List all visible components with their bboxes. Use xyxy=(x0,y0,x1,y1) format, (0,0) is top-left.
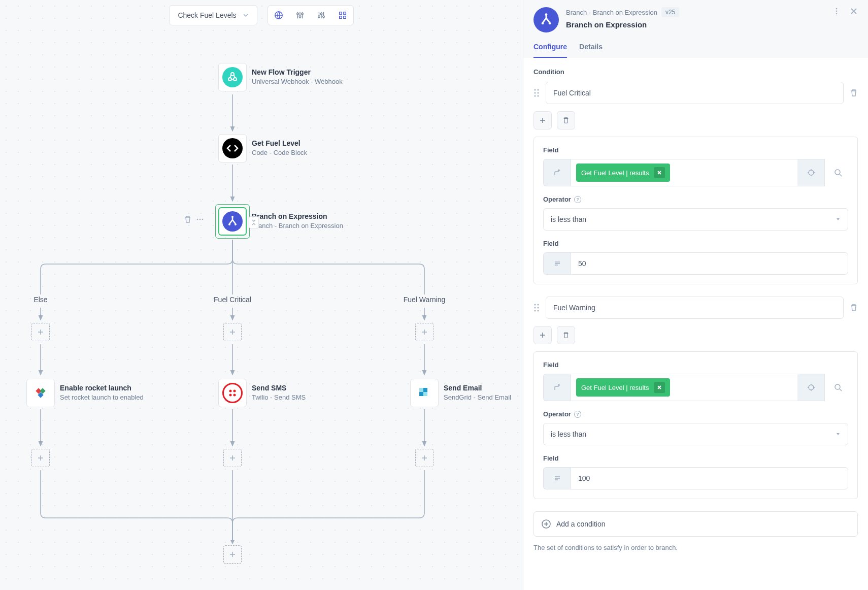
branch-path-icon xyxy=(553,383,562,392)
globe-icon xyxy=(274,11,283,20)
search-icon xyxy=(834,383,842,391)
plus-circle-icon xyxy=(541,519,551,529)
panel-breadcrumb: Branch - Branch on Expression xyxy=(566,9,657,16)
add-clause-button[interactable] xyxy=(533,326,552,344)
add-node-button[interactable] xyxy=(415,323,433,341)
drag-handle[interactable] xyxy=(533,303,540,312)
svg-point-29 xyxy=(228,223,230,225)
sliders-h-button[interactable] xyxy=(311,6,332,25)
svg-point-53 xyxy=(538,95,539,97)
plus-icon xyxy=(539,332,546,339)
value-input[interactable] xyxy=(571,467,848,489)
field-value-input[interactable]: Get Fuel Level | results xyxy=(571,374,797,401)
help-icon[interactable]: ? xyxy=(574,196,581,203)
svg-point-51 xyxy=(538,92,539,94)
condition-name-input[interactable] xyxy=(546,297,844,319)
text-icon xyxy=(553,474,561,482)
add-node-button[interactable] xyxy=(223,545,242,564)
trash-icon xyxy=(562,117,570,124)
flow-node-email[interactable]: Send Email SendGrid - Send Email xyxy=(410,379,511,407)
svg-rect-10 xyxy=(343,16,346,19)
collapse-handle[interactable] xyxy=(249,216,259,228)
svg-point-59 xyxy=(538,307,539,309)
version-badge: v25 xyxy=(661,7,679,17)
field-label: Field xyxy=(543,240,848,247)
panel-close-button[interactable] xyxy=(850,7,858,17)
flow-node-rocket[interactable]: Enable rocket launch Set rocket launch t… xyxy=(26,379,144,407)
add-node-button[interactable] xyxy=(415,449,433,467)
close-icon xyxy=(657,385,662,390)
add-condition-button[interactable]: Add a condition xyxy=(533,511,858,537)
delete-clause-button[interactable] xyxy=(557,326,575,344)
svg-point-57 xyxy=(538,304,539,306)
pill-label: Get Fuel Level | results xyxy=(581,384,649,391)
svg-point-43 xyxy=(542,22,544,25)
close-icon xyxy=(657,170,662,175)
field-type-button[interactable] xyxy=(543,374,571,401)
panel-title: Branch on Expression xyxy=(566,20,825,29)
svg-rect-9 xyxy=(339,16,342,19)
tab-configure[interactable]: Configure xyxy=(533,43,567,58)
branch-path-icon xyxy=(553,168,562,177)
field-type-button[interactable] xyxy=(543,467,571,489)
grip-icon xyxy=(533,88,540,97)
pill-remove-button[interactable] xyxy=(654,382,665,393)
panel-branch-icon xyxy=(533,7,559,32)
flow-canvas[interactable]: Check Fuel Levels xyxy=(0,0,523,590)
operator-select[interactable]: is less than xyxy=(543,423,848,445)
delete-condition-button[interactable] xyxy=(850,304,858,312)
flow-node-branch[interactable]: Branch on Expression Branch - Branch on … xyxy=(218,207,343,236)
add-node-button[interactable] xyxy=(223,323,242,341)
condition-name-input[interactable] xyxy=(546,82,844,104)
add-node-button[interactable] xyxy=(31,323,50,341)
field-reference-pill[interactable]: Get Fuel Level | results xyxy=(576,378,670,397)
flow-selector-dropdown[interactable]: Check Fuel Levels xyxy=(169,5,257,25)
node-title: Enable rocket launch xyxy=(60,384,144,392)
field-search-button[interactable] xyxy=(828,159,848,186)
field-target-button[interactable] xyxy=(797,374,825,401)
tab-details[interactable]: Details xyxy=(579,43,603,58)
pill-remove-button[interactable] xyxy=(654,167,665,178)
caret-down-icon xyxy=(836,217,841,222)
flow-node-trigger[interactable]: New Flow Trigger Universal Webhook - Web… xyxy=(218,63,343,91)
delete-condition-button[interactable] xyxy=(850,89,858,97)
field-type-button[interactable] xyxy=(543,252,571,275)
add-node-button[interactable] xyxy=(223,449,242,467)
field-value-input[interactable]: Get Fuel Level | results xyxy=(571,159,797,186)
dots-vertical-icon xyxy=(832,7,841,15)
svg-point-54 xyxy=(809,170,814,175)
search-icon xyxy=(834,169,842,177)
panel-more-button[interactable] xyxy=(832,7,841,17)
node-more-button[interactable] xyxy=(196,215,204,223)
svg-point-26 xyxy=(199,219,201,220)
field-target-button[interactable] xyxy=(797,159,825,186)
svg-point-35 xyxy=(233,390,236,392)
branch-icon xyxy=(539,13,553,27)
flow-node-sms[interactable]: Send SMS Twilio - Send SMS xyxy=(218,379,306,407)
flow-node-code[interactable]: Get Fuel Level Code - Code Block xyxy=(218,134,307,162)
operator-select[interactable]: is less than xyxy=(543,208,848,231)
field-type-button[interactable] xyxy=(543,159,571,186)
globe-button[interactable] xyxy=(268,6,289,25)
delete-node-button[interactable] xyxy=(184,215,192,223)
field-reference-pill[interactable]: Get Fuel Level | results xyxy=(576,163,670,182)
field-search-button[interactable] xyxy=(828,374,848,401)
add-clause-button[interactable] xyxy=(533,111,552,129)
svg-point-5 xyxy=(320,13,322,15)
value-input[interactable] xyxy=(571,252,848,275)
drag-handle[interactable] xyxy=(533,88,540,97)
plus-icon xyxy=(37,329,44,336)
delete-clause-button[interactable] xyxy=(557,111,575,129)
close-icon xyxy=(850,7,858,15)
trash-icon xyxy=(850,304,858,312)
svg-point-50 xyxy=(535,92,536,94)
svg-point-52 xyxy=(535,95,536,97)
svg-point-4 xyxy=(318,16,320,18)
config-panel: Branch - Branch on Expression v25 Branch… xyxy=(523,0,868,590)
help-icon[interactable]: ? xyxy=(574,411,581,418)
sliders-v-button[interactable] xyxy=(289,6,311,25)
grid-button[interactable] xyxy=(332,6,353,25)
branch-label-warning: Fuel Warning xyxy=(399,296,450,304)
plus-icon xyxy=(421,329,428,336)
add-node-button[interactable] xyxy=(31,449,50,467)
